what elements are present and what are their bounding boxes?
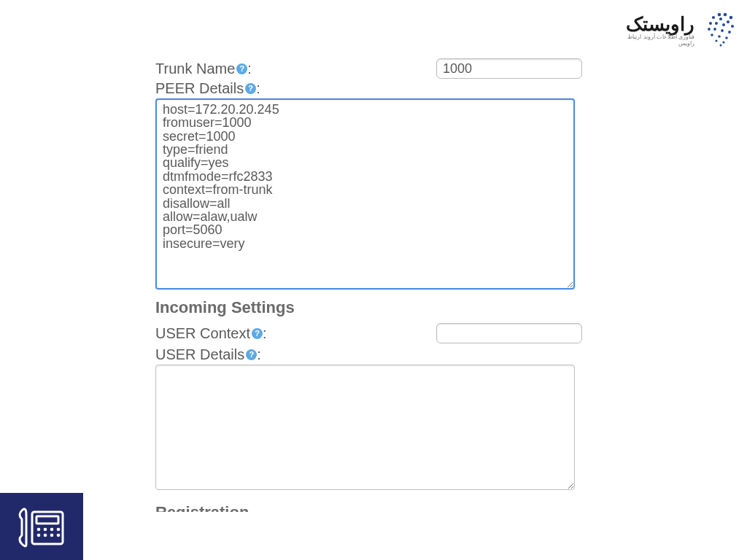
svg-point-11 [713,28,716,31]
help-icon[interactable]: ? [252,328,263,339]
trunk-name-input[interactable] [436,58,582,79]
user-details-textarea[interactable] [155,365,575,490]
help-icon[interactable]: ? [236,63,247,74]
peer-details-label-row: PEER Details?: [155,80,582,97]
help-icon[interactable]: ? [246,349,257,360]
svg-point-16 [725,36,728,39]
user-details-label-row: USER Details?: [155,346,582,363]
svg-point-10 [708,28,711,31]
svg-point-29 [57,534,61,537]
svg-point-0 [718,13,721,17]
phone-tile [0,493,83,560]
svg-point-1 [724,13,727,17]
svg-point-9 [731,25,734,28]
svg-point-25 [57,528,61,532]
svg-point-18 [722,41,724,43]
svg-point-8 [722,23,725,26]
svg-point-19 [720,44,722,47]
svg-point-3 [712,16,715,19]
svg-rect-21 [36,516,58,524]
phone-fax-icon [16,505,67,548]
svg-point-27 [44,534,47,537]
user-context-label: USER Context?: [155,325,436,342]
svg-point-6 [709,22,712,25]
svg-point-24 [50,528,54,532]
trunk-config-form: Trunk Name?: PEER Details?: Incoming Set… [155,58,582,518]
user-context-label-text: USER Context [155,325,250,341]
trunk-name-label-text: Trunk Name [155,61,235,77]
svg-point-23 [44,528,47,532]
peer-details-textarea[interactable] [155,98,575,289]
svg-point-13 [728,31,731,34]
svg-point-12 [721,29,724,32]
svg-point-22 [37,528,41,532]
help-icon[interactable]: ? [245,83,256,94]
user-details-label-text: USER Details [155,346,244,362]
trunk-name-row: Trunk Name?: [155,58,582,79]
trunk-name-label: Trunk Name?: [155,61,436,77]
svg-point-5 [727,20,729,23]
brand-logo: راویستک فناوری اطلاعات آروند ارتباط راوی… [624,13,734,47]
svg-point-2 [729,16,733,20]
brand-dots-icon [699,10,737,48]
svg-point-14 [711,34,713,36]
peer-details-label-text: PEER Details [155,80,244,96]
svg-point-17 [715,39,717,42]
svg-point-28 [50,534,54,537]
registration-heading: Registration [155,503,582,512]
svg-point-26 [37,534,41,537]
svg-point-7 [715,22,718,25]
user-context-row: USER Context?: [155,323,582,343]
user-details-label: USER Details?: [155,346,582,363]
user-context-input[interactable] [436,323,582,343]
svg-point-15 [718,35,721,38]
peer-details-label: PEER Details?: [155,80,582,97]
svg-point-4 [719,18,722,20]
incoming-settings-heading: Incoming Settings [155,298,582,317]
